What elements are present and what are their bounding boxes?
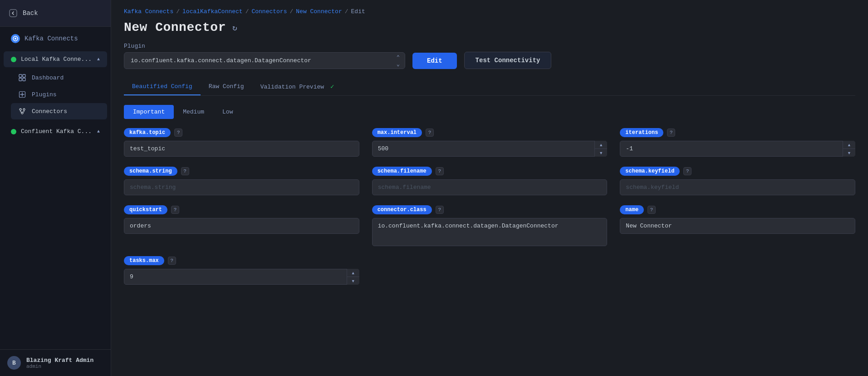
quickstart-input[interactable] xyxy=(124,218,359,234)
schema-string-input[interactable] xyxy=(124,179,359,195)
sidebar-item-connectors[interactable]: Connectors xyxy=(11,103,107,119)
field-connector-class-header: connector.class ? xyxy=(372,205,608,214)
field-name: name ? xyxy=(620,205,855,246)
plugins-icon xyxy=(18,90,26,99)
svg-rect-5 xyxy=(19,78,22,81)
plugin-select[interactable]: io.confluent.kafka.connect.datagen.Datag… xyxy=(124,52,405,69)
test-connectivity-button[interactable]: Test Connectivity xyxy=(464,52,552,69)
field-quickstart-header: quickstart ? xyxy=(124,205,359,214)
tasks-max-input[interactable] xyxy=(124,269,359,285)
field-max-interval: max.interval ? ▲ ▼ xyxy=(372,128,608,157)
plugin-select-wrapper: io.confluent.kafka.connect.datagen.Datag… xyxy=(124,52,405,69)
confluent-cluster-dot xyxy=(11,129,16,134)
breadcrumb-local-kafka-connect[interactable]: localKafkaConnect xyxy=(182,8,243,15)
field-kafka-topic: kafka.topic ? xyxy=(124,128,359,157)
plugin-label: Plugin xyxy=(124,43,405,49)
svg-point-9 xyxy=(23,109,25,110)
confluent-cluster-name: Confluent Kafka C... xyxy=(21,128,93,135)
page-title: New Connector xyxy=(124,20,226,35)
tab-validation-preview[interactable]: Validation Preview ✓ xyxy=(252,78,343,96)
tasks-max-badge: tasks.max xyxy=(124,256,164,265)
schema-string-help[interactable]: ? xyxy=(181,167,189,175)
svg-point-10 xyxy=(21,112,23,114)
field-quickstart: quickstart ? xyxy=(124,205,359,246)
tasks-max-help[interactable]: ? xyxy=(168,257,176,265)
iterations-input[interactable] xyxy=(620,141,855,157)
kafka-connects-icon xyxy=(11,34,20,43)
field-max-interval-header: max.interval ? xyxy=(372,128,608,137)
name-input[interactable] xyxy=(620,218,855,234)
field-tasks-max: tasks.max ? ▲ ▼ xyxy=(124,256,359,285)
tasks-max-down-button[interactable]: ▼ xyxy=(347,277,359,285)
connectors-label: Connectors xyxy=(32,108,67,115)
plugin-row: Plugin io.confluent.kafka.connect.datage… xyxy=(124,43,855,69)
importance-tabs: Important Medium Low xyxy=(124,105,855,119)
max-interval-input[interactable] xyxy=(372,141,608,157)
tasks-max-up-button[interactable]: ▲ xyxy=(347,269,359,277)
breadcrumb-connectors[interactable]: Connectors xyxy=(251,8,287,15)
tab-raw-config[interactable]: Raw Config xyxy=(201,79,252,95)
max-interval-help[interactable]: ? xyxy=(426,129,434,137)
quickstart-badge: quickstart xyxy=(124,205,167,214)
confluent-cluster-header[interactable]: Confluent Kafka C... ▲ xyxy=(4,124,107,139)
breadcrumb-sep-1: / xyxy=(176,8,180,15)
edit-button[interactable]: Edit xyxy=(412,53,457,69)
kafka-topic-badge: kafka.topic xyxy=(124,128,171,137)
tab-medium[interactable]: Medium xyxy=(174,105,213,119)
kafka-topic-help[interactable]: ? xyxy=(174,129,182,137)
svg-rect-6 xyxy=(23,78,25,81)
back-button[interactable]: Back xyxy=(0,0,111,27)
sidebar-item-dashboard[interactable]: Dashboard xyxy=(11,69,107,86)
field-iterations: iterations ? ▲ ▼ xyxy=(620,128,855,157)
connector-class-textarea[interactable]: io.confluent.kafka.connect.datagen.Datag… xyxy=(372,218,608,246)
tab-low[interactable]: Low xyxy=(213,105,242,119)
schema-keyfield-badge: schema.keyfield xyxy=(620,167,680,176)
breadcrumb-new-connector[interactable]: New Connector xyxy=(296,8,342,15)
plugin-group: Plugin io.confluent.kafka.connect.datage… xyxy=(124,43,405,69)
breadcrumb: Kafka Connects / localKafkaConnect / Con… xyxy=(124,8,855,15)
connector-class-help[interactable]: ? xyxy=(436,206,444,214)
tab-beautified-config[interactable]: Beautified Config xyxy=(124,79,201,95)
field-name-header: name ? xyxy=(620,205,855,214)
iterations-up-button[interactable]: ▲ xyxy=(843,141,855,149)
schema-filename-help[interactable]: ? xyxy=(436,167,444,175)
chevron-down-icon-2: ▲ xyxy=(97,129,100,134)
iterations-down-button[interactable]: ▼ xyxy=(843,149,855,157)
plugins-label: Plugins xyxy=(32,91,57,98)
local-cluster-header[interactable]: Local Kafka Conne... ▲ xyxy=(4,51,107,67)
sidebar-item-kafka-connects[interactable]: Kafka Connects xyxy=(4,30,107,48)
user-info: Blazing Kraft Admin admin xyxy=(26,357,93,369)
schema-keyfield-input[interactable] xyxy=(620,179,855,195)
local-cluster-name: Local Kafka Conne... xyxy=(21,56,93,63)
name-help[interactable]: ? xyxy=(647,206,656,214)
connectors-icon xyxy=(18,107,26,115)
sidebar-item-plugins[interactable]: Plugins xyxy=(11,86,107,103)
sidebar-sub-items: Dashboard Plugins Connectors xyxy=(11,69,107,120)
iterations-spinner-buttons: ▲ ▼ xyxy=(843,141,855,157)
back-arrow-icon xyxy=(8,8,18,18)
breadcrumb-sep-4: / xyxy=(345,8,348,15)
page-title-row: New Connector ↻ xyxy=(124,20,855,35)
local-cluster-dot xyxy=(11,57,16,62)
svg-rect-4 xyxy=(23,74,25,77)
schema-filename-input[interactable] xyxy=(372,179,608,195)
breadcrumb-sep-2: / xyxy=(245,8,249,15)
main-content: Kafka Connects / localKafkaConnect / Con… xyxy=(111,0,868,376)
max-interval-up-button[interactable]: ▲ xyxy=(595,141,607,149)
field-iterations-header: iterations ? xyxy=(620,128,855,137)
kafka-topic-input[interactable] xyxy=(124,141,359,157)
field-schema-keyfield-header: schema.keyfield ? xyxy=(620,167,855,176)
max-interval-down-button[interactable]: ▼ xyxy=(595,149,607,157)
breadcrumb-kafka-connects[interactable]: Kafka Connects xyxy=(124,8,173,15)
iterations-help[interactable]: ? xyxy=(667,129,675,137)
svg-point-2 xyxy=(15,38,16,40)
schema-keyfield-help[interactable]: ? xyxy=(683,167,691,175)
quickstart-help[interactable]: ? xyxy=(171,206,179,214)
user-name: Blazing Kraft Admin xyxy=(26,357,93,364)
schema-filename-badge: schema.filename xyxy=(372,167,432,176)
field-schema-string: schema.string ? xyxy=(124,167,359,195)
refresh-icon[interactable]: ↻ xyxy=(232,23,237,33)
tab-important[interactable]: Important xyxy=(124,105,174,119)
max-interval-spinner-buttons: ▲ ▼ xyxy=(594,141,607,157)
field-schema-string-header: schema.string ? xyxy=(124,167,359,176)
